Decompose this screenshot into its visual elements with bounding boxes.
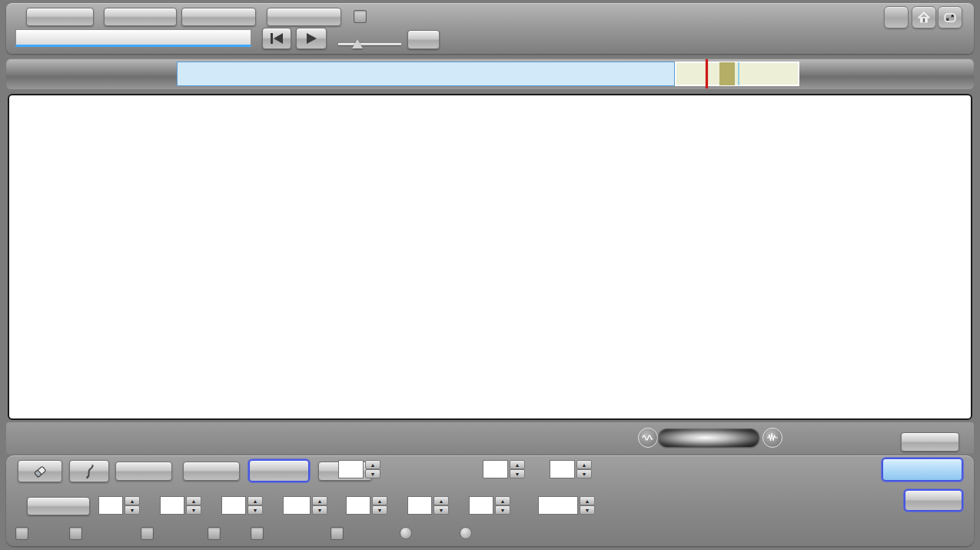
worm-radio[interactable] [460,527,472,539]
pickup-beats-stepper[interactable]: ▲▼ [510,460,525,478]
follow-music-checkbox[interactable] [69,527,82,540]
dynamics-opacity-input[interactable] [407,496,432,515]
no-click-checkbox[interactable] [15,527,28,540]
fullscreen-icon-glyph [942,10,958,25]
waveform-small-icon [766,432,779,443]
control-panel: ▲▼ ▲▼ ▲▼ ▲▼ ▲▼ ▲▼ ▲▼ ▲▼ ▲▼ ▲▼ ▲▼ [6,455,974,546]
fullscreen-icon[interactable] [938,6,962,28]
line-width-stepper[interactable]: ▲▼ [372,496,387,515]
waveform-marker-line [738,62,739,85]
dynamics-scale-stepper[interactable]: ▲▼ [495,496,510,515]
waveform-window-block[interactable] [719,62,735,85]
volume-min-icon[interactable] [638,428,658,448]
move-button[interactable] [69,460,109,482]
bar-shift-input[interactable] [550,460,575,478]
average-tempo-checkbox[interactable] [251,527,264,540]
prev-icon [268,32,285,45]
move-pen-icon [82,464,96,479]
upload-music-button[interactable] [26,8,94,26]
ioi-button[interactable] [905,490,962,511]
spectrum-button[interactable] [181,8,256,26]
start-bar-input[interactable] [98,496,123,515]
tempo-chart-panel[interactable] [8,94,972,420]
end-bar-input[interactable] [160,496,184,515]
beats-per-bar-stepper[interactable]: ▲▼ [365,460,380,478]
play-icon [304,32,318,45]
waveform-button[interactable] [104,8,177,26]
tempo-chart[interactable] [9,95,971,418]
speed-slider-thumb[interactable] [352,39,363,48]
top-toolbar [6,3,974,54]
volume-max-icon[interactable] [762,428,782,448]
volume-slider[interactable] [658,428,759,447]
start-bar-stepper[interactable]: ▲▼ [125,496,140,515]
delete-button[interactable] [115,462,172,481]
dynamics-opacity-stepper[interactable]: ▲▼ [434,496,449,515]
waveform-graphic [178,62,674,85]
home-icon-glyph [916,10,932,25]
window-param-input[interactable] [538,496,578,515]
waveform-selection-region[interactable] [675,62,799,86]
beats-per-bar-input[interactable] [338,460,364,478]
speed-slider-track[interactable] [338,43,401,45]
snapshot-button[interactable] [901,432,959,452]
tempo-min-stepper[interactable]: ▲▼ [247,496,263,515]
dynamics-scale-input[interactable] [469,496,493,515]
waveform-background [177,62,675,86]
window-param-stepper[interactable]: ▲▼ [580,496,595,515]
squiggle-icon [642,432,654,443]
end-bar-stepper[interactable]: ▲▼ [186,496,201,515]
play-button[interactable] [296,28,327,49]
prev-button[interactable] [262,28,291,49]
pickup-beats-input[interactable] [483,460,508,478]
smooth-checkbox[interactable] [141,527,154,540]
app-window: ▲▼ ▲▼ ▲▼ ▲▼ ▲▼ ▲▼ ▲▼ ▲▼ ▲▼ ▲▼ ▲▼ [0,0,980,550]
v2-badge[interactable] [884,6,909,28]
waveform-playhead[interactable] [706,59,708,88]
dynamics-checkbox[interactable] [331,527,344,540]
beat-points-checkbox[interactable] [208,527,221,540]
tempo-min-input[interactable] [221,496,246,515]
tempo-max-input[interactable] [283,496,311,515]
tempo-max-stepper[interactable]: ▲▼ [312,496,327,515]
status-bar [6,422,974,454]
curve-radio[interactable] [400,527,412,539]
bar-shift-stepper[interactable]: ▲▼ [576,460,592,478]
page-turn-checkbox[interactable] [354,10,367,23]
line-width-input[interactable] [346,496,370,515]
tempo-dynamics-button[interactable] [27,497,90,515]
snap-button[interactable] [183,462,240,481]
reset-button[interactable] [407,30,440,49]
save-button[interactable] [249,460,309,482]
share-screenshot-button[interactable] [882,458,962,481]
home-icon[interactable] [912,6,936,28]
beat-marking-button[interactable] [267,8,341,26]
track-select[interactable] [15,29,251,47]
waveform-strip[interactable] [177,62,799,86]
eraser-icon [32,464,48,479]
erase-button[interactable] [18,460,62,482]
waveform-overview-bar [6,58,974,89]
